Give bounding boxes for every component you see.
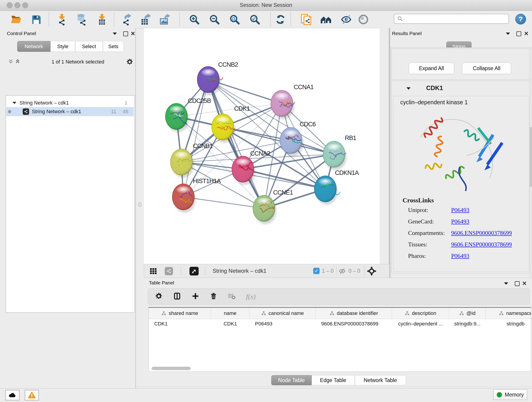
column-header[interactable]: name — [211, 308, 249, 319]
hide-selected-button[interactable] — [341, 13, 352, 26]
column-header[interactable]: database identifier — [316, 308, 392, 319]
show-all-button[interactable] — [357, 13, 369, 26]
column-header[interactable]: namespace — [486, 308, 531, 319]
crosslink-uniprot-link[interactable]: P06493 — [451, 207, 469, 214]
duplicate-network-icon — [300, 13, 312, 26]
table-options-gear-button[interactable] — [155, 292, 163, 301]
selected-checkbox-icon[interactable]: ✓ — [313, 268, 320, 274]
crosslink-tissues-link[interactable]: 9606.ENSP00000378699 — [451, 241, 512, 248]
collapse-all-button[interactable]: Collapse All — [462, 63, 511, 74]
open-file-button[interactable] — [10, 13, 22, 26]
memory-button[interactable]: Memory — [493, 389, 527, 400]
export-image-button[interactable] — [159, 13, 171, 26]
left-splitter-handle[interactable] — [138, 202, 142, 207]
tab-node-table[interactable]: Node Table — [271, 375, 312, 385]
node-label-ccne1: CCNE1 — [273, 189, 293, 196]
cdk1-collapse-icon[interactable] — [406, 87, 411, 90]
network-tree-row-selected[interactable]: String Network – cdk1 11 48 — [6, 107, 134, 116]
crosslink-pharos-link[interactable]: P06493 — [451, 253, 469, 259]
hidden-eye-icon[interactable] — [338, 268, 346, 275]
refresh-button[interactable] — [274, 13, 286, 26]
network-panel-options-button[interactable] — [126, 58, 133, 66]
control-panel-float-button[interactable] — [123, 32, 128, 36]
network-edge-ccnb2-ccne1[interactable] — [208, 80, 264, 208]
toolbar-separator — [270, 13, 271, 26]
cell-database-identifier: 9606.ENSP00000378699 — [316, 321, 392, 327]
node-table[interactable]: shared name name canonical name database… — [148, 307, 531, 372]
crosslink-genecard-link[interactable]: P06493 — [451, 218, 469, 225]
zoom-out-button[interactable] — [209, 13, 220, 26]
warnings-button[interactable] — [25, 390, 39, 400]
table-panel-float-button[interactable] — [515, 281, 520, 286]
table-row[interactable]: CDK1 CDK1 P06493 9606.ENSP00000378699 cy… — [149, 319, 531, 329]
scrollbar-thumb[interactable] — [152, 367, 191, 370]
grid-view-button[interactable] — [149, 267, 157, 276]
network-canvas[interactable]: CCNB2CCNA1CDC25BCDK1CDC6RB1CCNB1CCNA2CDK… — [144, 28, 380, 264]
network-node-cdc25b[interactable]: CDC25B — [165, 97, 211, 129]
results-scrollbar-track[interactable] — [529, 48, 532, 278]
detach-view-button[interactable] — [190, 267, 199, 275]
control-panel-menu-button[interactable] — [112, 32, 117, 36]
import-network-from-database-button[interactable] — [75, 13, 87, 26]
cloud-button[interactable] — [5, 390, 19, 400]
table-toolbar: f(x) — [148, 288, 530, 305]
tab-network[interactable]: Network — [17, 41, 51, 52]
control-panel-close-button[interactable] — [131, 31, 135, 37]
import-network-button[interactable] — [56, 13, 68, 26]
table-panel-menu-button[interactable] — [504, 282, 509, 286]
view-mode-network-button[interactable] — [165, 267, 173, 275]
export-network-button[interactable] — [120, 13, 133, 26]
zoom-in-button[interactable] — [188, 13, 200, 26]
table-panel-close-button[interactable] — [522, 281, 527, 287]
column-header[interactable]: @id — [449, 308, 486, 319]
delete-column-button[interactable] — [210, 292, 217, 301]
cdk1-section: CDK1 cyclin–dependent kinase 1 CrossLink… — [392, 81, 531, 273]
tab-select[interactable]: Select — [75, 41, 103, 52]
first-neighbors-button[interactable] — [320, 13, 332, 26]
eye-icon — [358, 14, 369, 25]
control-panel: Control Panel Network Style Select Sets … — [0, 28, 136, 388]
network-view-title: String Network – cdk1 — [213, 268, 266, 274]
cdk1-header[interactable]: CDK1 — [426, 85, 443, 92]
network-icon — [23, 108, 29, 115]
node-label-cdc25b: CDC25B — [188, 97, 211, 104]
help-button[interactable]: ? — [515, 14, 526, 25]
duplicate-network-button[interactable] — [300, 13, 312, 26]
expand-all-button[interactable]: Expand All — [409, 63, 454, 74]
delete-table-button[interactable] — [228, 292, 235, 301]
tab-edge-table[interactable]: Edge Table — [312, 375, 355, 385]
expand-all-networks-button[interactable] — [15, 59, 21, 65]
create-column-button[interactable] — [191, 292, 199, 301]
table-horizontal-scrollbar[interactable] — [149, 366, 531, 371]
export-table-button[interactable] — [140, 13, 152, 26]
function-builder-button[interactable]: f(x) — [246, 293, 256, 300]
tab-style[interactable]: Style — [51, 41, 75, 52]
tree-expand-icon[interactable] — [12, 101, 17, 104]
results-panel-float-button[interactable] — [516, 32, 521, 36]
cell-namespace: stringdb — [486, 321, 531, 327]
search-input[interactable] — [405, 16, 504, 22]
search-box[interactable] — [394, 14, 509, 24]
column-header[interactable]: canonical name — [249, 308, 316, 319]
network-graph[interactable]: CCNB2CCNA1CDC25BCDK1CDC6RB1CCNB1CCNA2CDK… — [144, 28, 380, 264]
import-table-button[interactable] — [96, 13, 108, 26]
tab-sets[interactable]: Sets — [103, 41, 124, 52]
save-session-button[interactable] — [30, 13, 42, 26]
results-scrollbar-thumb[interactable] — [530, 127, 532, 187]
show-columns-button[interactable] — [173, 292, 181, 301]
results-panel-close-button[interactable] — [524, 31, 529, 37]
network-tree-root-row[interactable]: String Network – cdk1 1 — [6, 99, 134, 107]
collapse-all-networks-button[interactable] — [8, 59, 14, 65]
tab-network-table[interactable]: Network Table — [355, 375, 406, 385]
column-header[interactable]: shared name — [149, 308, 211, 319]
zoom-fit-button[interactable] — [229, 13, 241, 26]
crosslink-compartments-link[interactable]: 9606.ENSP00000378699 — [451, 230, 512, 236]
column-header[interactable]: description — [392, 308, 449, 319]
toolbar-separator — [114, 13, 114, 26]
zoom-selected-button[interactable] — [249, 13, 261, 26]
selected-node-edge-counts: 1 – 0 — [322, 268, 334, 274]
network-node-hist1h1a[interactable]: HIST1H1A — [172, 178, 221, 210]
birdseye-view-button[interactable] — [367, 266, 376, 277]
network-node-rb1[interactable]: RB1 — [323, 134, 356, 167]
results-panel-menu-button[interactable] — [505, 32, 510, 36]
